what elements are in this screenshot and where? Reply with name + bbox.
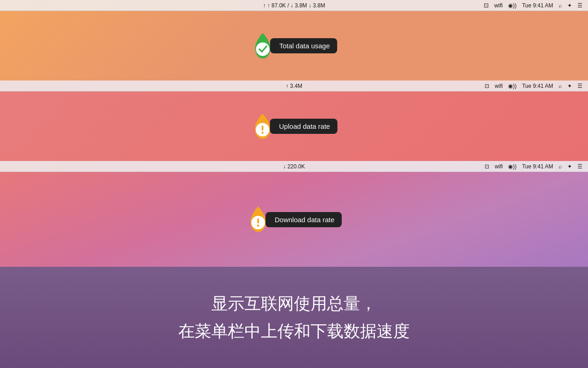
airplay-icon-3: ⊡: [485, 163, 489, 170]
menubar-1-right: ⊡ wifi ◉)) Tue 9:41 AM ⌕ ✦ ☰: [484, 2, 582, 9]
caption-area: 显示互联网使用总量， 在菜单栏中上传和下载数据速度: [0, 267, 588, 368]
download-icon-1: ↓: [309, 2, 311, 9]
time-1: Tue 9:41 AM: [522, 2, 553, 9]
siri-icon-2: ✦: [567, 83, 572, 89]
section-upload-rate: ↑ 3.4M ⊡ wifi ◉)) Tue 9:41 AM ⌕ ✦ ☰ Uplo…: [0, 80, 588, 161]
wifi-icon-3: wifi: [495, 163, 503, 170]
sound-icon-3: ◉)): [508, 163, 516, 170]
search-icon-3: ⌕: [559, 163, 562, 170]
airplay-icon-1: ⊡: [484, 2, 489, 9]
tooltip-download-rate: Download data rate: [246, 206, 342, 233]
svg-point-6: [257, 224, 260, 227]
svg-rect-2: [262, 125, 264, 130]
wifi-icon-1: wifi: [494, 2, 503, 9]
menu-icon-3: ☰: [577, 163, 582, 170]
menubar-2-right: ⊡ wifi ◉)) Tue 9:41 AM ⌕ ✦ ☰: [485, 83, 582, 89]
download-icon-3: ↓: [283, 163, 286, 170]
menubar-3-right: ⊡ wifi ◉)) Tue 9:41 AM ⌕ ✦ ☰: [485, 163, 582, 170]
menubar-1: ↑ ↑ 87.0K / ↓ 3.8M ↓ 3.8M ⊡ wifi ◉)) Tue…: [0, 0, 588, 11]
tooltip-label-download: Download data rate: [266, 212, 342, 227]
svg-point-3: [261, 132, 264, 134]
sound-icon-2: ◉)): [508, 83, 516, 89]
siri-icon-3: ✦: [567, 163, 572, 170]
upload-icon-2: ↑: [286, 83, 288, 89]
menu-icon-2: ☰: [577, 83, 582, 89]
menubar-3: ↓ 220.0K ⊡ wifi ◉)) Tue 9:41 AM ⌕ ✦ ☰: [0, 161, 588, 172]
tooltip-upload-rate: Upload data rate: [251, 113, 338, 140]
menubar-3-stats: ↓ 220.0K: [283, 163, 305, 170]
wifi-icon-2: wifi: [495, 83, 503, 89]
menubar-2-stats: ↑ 3.4M: [286, 83, 302, 89]
caption-line2: 在菜单栏中上传和下载数据速度: [178, 320, 410, 343]
search-icon-1: ⌕: [559, 2, 562, 9]
time-2: Tue 9:41 AM: [522, 83, 553, 89]
section-download-rate: ↓ 220.0K ⊡ wifi ◉)) Tue 9:41 AM ⌕ ✦ ☰ Do…: [0, 161, 588, 267]
airplay-icon-2: ⊡: [485, 83, 489, 89]
section-total-usage: ↑ ↑ 87.0K / ↓ 3.8M ↓ 3.8M ⊡ wifi ◉)) Tue…: [0, 0, 588, 80]
tooltip-label-total: Total data usage: [270, 38, 337, 53]
search-icon-2: ⌕: [559, 83, 562, 89]
time-3: Tue 9:41 AM: [522, 163, 553, 170]
sound-icon-1: ◉)): [508, 2, 516, 9]
svg-point-0: [256, 42, 270, 56]
tooltip-total-usage: Total data usage: [251, 32, 337, 60]
menubar-1-stats: ↑ ↑ 87.0K / ↓ 3.8M ↓ 3.8M: [263, 2, 325, 9]
tooltip-label-upload: Upload data rate: [270, 119, 338, 134]
caption-line1: 显示互联网使用总量，: [211, 292, 377, 315]
svg-rect-5: [257, 218, 259, 224]
menubar-2: ↑ 3.4M ⊡ wifi ◉)) Tue 9:41 AM ⌕ ✦ ☰: [0, 80, 588, 92]
upload-icon-1: ↑: [263, 2, 266, 9]
menu-icon-1: ☰: [577, 2, 582, 9]
siri-icon-1: ✦: [567, 2, 572, 9]
